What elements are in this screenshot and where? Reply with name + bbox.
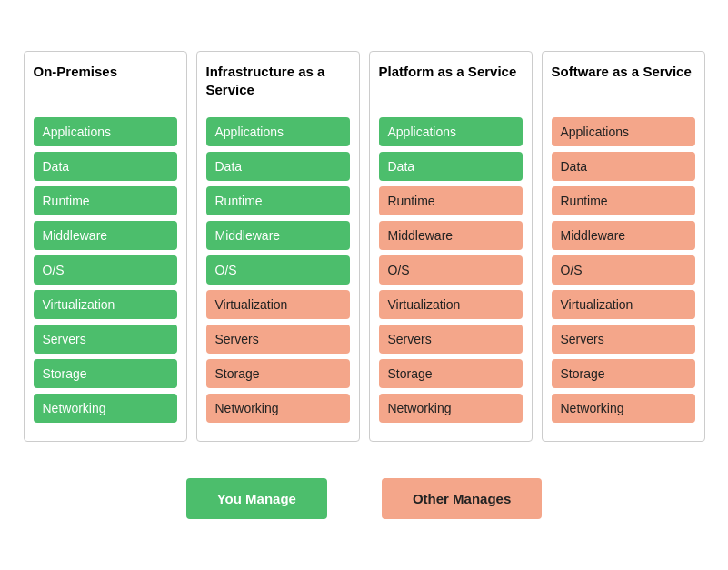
- column-saas: Software as a ServiceApplicationsDataRun…: [542, 51, 705, 442]
- column-on-premises: On-PremisesApplicationsDataRuntimeMiddle…: [24, 51, 187, 442]
- row-item-iaas-4: O/S: [206, 255, 350, 285]
- row-item-on-premises-5: Virtualization: [34, 290, 177, 319]
- row-item-saas-7: Storage: [552, 359, 695, 388]
- row-item-paas-0: Applications: [379, 117, 523, 146]
- row-item-saas-2: Runtime: [552, 186, 695, 215]
- row-item-paas-7: Storage: [379, 359, 523, 388]
- row-item-iaas-0: Applications: [206, 117, 350, 146]
- row-item-saas-0: Applications: [552, 117, 695, 146]
- row-item-iaas-7: Storage: [206, 359, 350, 388]
- diagram-container: On-PremisesApplicationsDataRuntimeMiddle…: [24, 51, 705, 442]
- row-item-on-premises-7: Storage: [34, 359, 177, 388]
- row-item-iaas-5: Virtualization: [206, 290, 350, 319]
- column-iaas: Infrastructure as a ServiceApplicationsD…: [196, 51, 360, 442]
- other-manages-button[interactable]: Other Manages: [382, 478, 542, 519]
- you-manage-button[interactable]: You Manage: [186, 478, 327, 519]
- row-item-saas-8: Networking: [552, 394, 695, 423]
- row-item-paas-6: Servers: [379, 325, 523, 354]
- row-item-paas-5: Virtualization: [379, 290, 523, 319]
- row-item-iaas-6: Servers: [206, 325, 350, 354]
- row-item-iaas-1: Data: [206, 152, 350, 181]
- row-item-iaas-3: Middleware: [206, 221, 350, 250]
- column-title-paas: Platform as a Service: [379, 63, 523, 106]
- row-item-on-premises-6: Servers: [34, 325, 177, 354]
- row-item-iaas-2: Runtime: [206, 186, 350, 215]
- row-item-saas-3: Middleware: [552, 221, 695, 250]
- row-item-paas-3: Middleware: [379, 221, 523, 250]
- row-item-on-premises-4: O/S: [34, 255, 177, 285]
- row-item-paas-8: Networking: [379, 394, 523, 423]
- row-item-on-premises-2: Runtime: [34, 186, 177, 215]
- column-title-saas: Software as a Service: [552, 63, 695, 106]
- row-item-iaas-8: Networking: [206, 394, 350, 423]
- row-item-on-premises-1: Data: [34, 152, 177, 181]
- row-item-saas-6: Servers: [552, 325, 695, 354]
- legend-container: You Manage Other Manages: [186, 478, 543, 519]
- column-title-iaas: Infrastructure as a Service: [206, 63, 350, 106]
- row-item-on-premises-8: Networking: [34, 394, 177, 423]
- row-item-on-premises-3: Middleware: [34, 221, 177, 250]
- row-item-paas-2: Runtime: [379, 186, 523, 215]
- column-paas: Platform as a ServiceApplicationsDataRun…: [369, 51, 533, 442]
- row-item-saas-1: Data: [552, 152, 695, 181]
- row-item-on-premises-0: Applications: [34, 117, 177, 146]
- row-item-paas-4: O/S: [379, 255, 523, 285]
- row-item-paas-1: Data: [379, 152, 523, 181]
- column-title-on-premises: On-Premises: [34, 63, 177, 106]
- row-item-saas-5: Virtualization: [552, 290, 695, 319]
- row-item-saas-4: O/S: [552, 255, 695, 285]
